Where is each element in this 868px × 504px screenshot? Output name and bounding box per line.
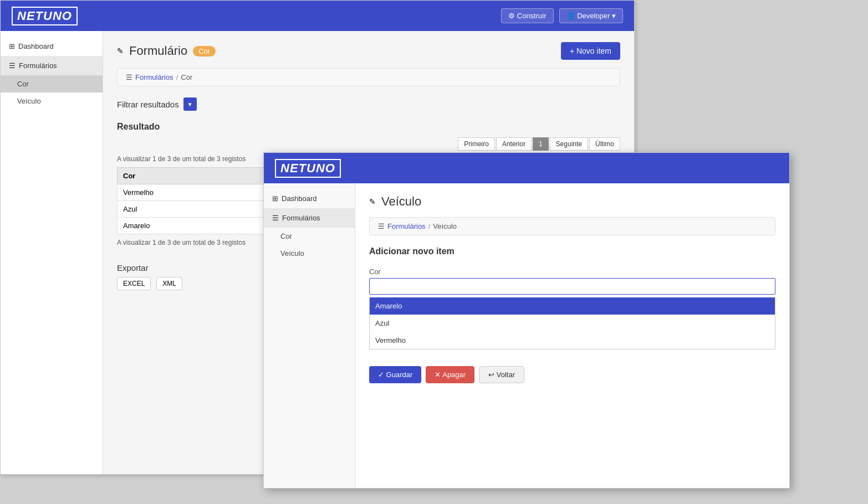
pagination-current[interactable]: 1 — [533, 137, 549, 151]
dropdown-item-amarelo[interactable]: Amarelo — [370, 297, 775, 315]
construir-button[interactable]: ⚙ Construir — [501, 8, 553, 23]
fg-breadcrumb-current: Veículo — [433, 222, 457, 230]
pagination-primeiro[interactable]: Primeiro — [458, 137, 495, 151]
pagination-anterior[interactable]: Anterior — [496, 137, 532, 151]
fg-dashboard-label: Dashboard — [282, 194, 317, 203]
resultado-title: Resultado — [117, 122, 620, 132]
fg-edit-icon: ✎ — [369, 197, 376, 206]
breadcrumb-formularios[interactable]: Formulários — [135, 73, 173, 81]
cor-input[interactable] — [369, 278, 775, 295]
sidebar-item-formularios[interactable]: ☰ Formulários — [1, 56, 103, 75]
bg-sidebar: ⊞ Dashboard ☰ Formulários Cor Veículo — [1, 31, 103, 474]
export-xml-button[interactable]: XML — [156, 277, 182, 290]
fg-formularios-icon: ☰ — [272, 214, 279, 222]
fg-page-header: ✎ Veículo — [369, 194, 775, 209]
apagar-button[interactable]: ✕ Apagar — [426, 366, 474, 383]
fg-veiculo-label: Veículo — [280, 249, 304, 258]
developer-button[interactable]: 👤 Developer ▾ — [559, 8, 623, 23]
dropdown-item-vermelho[interactable]: Vermelho — [370, 332, 775, 349]
fg-breadcrumb-icon: ☰ — [378, 222, 385, 230]
fg-breadcrumb: ☰ Formulários / Veículo — [369, 217, 775, 235]
fg-page-title: Veículo — [381, 194, 421, 209]
fg-logo: NETUNO — [275, 159, 341, 178]
fg-cor-label: Cor — [280, 232, 292, 240]
fg-sidebar-dashboard[interactable]: ⊞ Dashboard — [264, 189, 355, 208]
bg-topbar: NETUNO ⚙ Construir 👤 Developer ▾ — [1, 1, 634, 31]
fg-sidebar-sub-veiculo[interactable]: Veículo — [264, 245, 355, 262]
bg-page-header: ✎ Formulário Cor + Novo item — [117, 42, 620, 60]
formularios-icon: ☰ — [9, 61, 16, 70]
fg-formularios-label: Formulários — [282, 214, 320, 222]
bg-breadcrumb: ☰ Formulários / Cor — [117, 68, 620, 86]
fg-sidebar: ⊞ Dashboard ☰ Formulários Cor Veículo — [264, 183, 355, 488]
fg-topbar: NETUNO — [264, 153, 789, 183]
sidebar-sub-item-cor[interactable]: Cor — [1, 75, 103, 92]
sidebar-sub-item-veiculo[interactable]: Veículo — [1, 92, 103, 110]
filter-label: Filtrar resultados — [117, 100, 179, 109]
filter-icon[interactable] — [183, 97, 197, 111]
cor-badge: Cor — [193, 46, 216, 56]
breadcrumb-sep: / — [176, 73, 178, 81]
fg-sidebar-formularios[interactable]: ☰ Formulários — [264, 208, 355, 228]
guardar-button[interactable]: ✓ Guardar — [369, 366, 421, 383]
dropdown-list: Amarelo Azul Vermelho — [369, 297, 775, 349]
pagination-bar: Primeiro Anterior 1 Seguinte Último — [117, 137, 620, 151]
filter-section: Filtrar resultados — [117, 97, 620, 111]
fg-dashboard-icon: ⊞ — [272, 194, 278, 203]
form-control-wrapper — [369, 278, 775, 295]
sidebar-item-dashboard[interactable]: ⊞ Dashboard — [1, 37, 103, 56]
bg-page-title: Formulário — [129, 44, 187, 58]
export-excel-button[interactable]: EXCEL — [117, 277, 151, 290]
voltar-button[interactable]: ↩ Voltar — [479, 366, 524, 383]
sidebar-veiculo-label: Veículo — [17, 97, 41, 105]
fg-breadcrumb-formularios[interactable]: Formulários — [387, 222, 426, 230]
bg-logo: NETUNO — [12, 7, 78, 25]
breadcrumb-current: Cor — [181, 73, 192, 81]
fg-breadcrumb-sep: / — [428, 222, 431, 230]
fg-sidebar-sub-cor[interactable]: Cor — [264, 228, 355, 245]
fg-window: NETUNO ⊞ Dashboard ☰ Formulários Cor Veí… — [263, 152, 790, 488]
form-cor-label: Cor — [369, 268, 775, 276]
breadcrumb-icon: ☰ — [126, 73, 132, 81]
form-buttons: ✓ Guardar ✕ Apagar ↩ Voltar — [369, 366, 775, 383]
dashboard-icon: ⊞ — [9, 42, 15, 50]
novo-item-button[interactable]: + Novo item — [561, 42, 620, 60]
pagination-seguinte[interactable]: Seguinte — [550, 137, 588, 151]
sidebar-dashboard-label: Dashboard — [18, 42, 54, 50]
sidebar-cor-label: Cor — [17, 80, 29, 88]
dropdown-item-azul[interactable]: Azul — [370, 315, 775, 332]
sidebar-formularios-label: Formulários — [19, 61, 57, 70]
edit-icon: ✎ — [117, 47, 124, 55]
form-section: Adicionar novo item Cor Amarelo Azul Ver… — [369, 246, 775, 349]
pagination-ultimo[interactable]: Último — [589, 137, 620, 151]
form-title: Adicionar novo item — [369, 246, 775, 256]
fg-main-content: ✎ Veículo ☰ Formulários / Veículo Adicio… — [355, 183, 789, 488]
